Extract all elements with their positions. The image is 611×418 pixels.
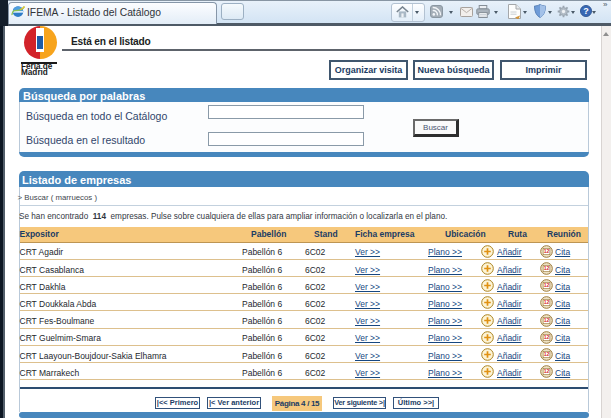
svg-text:12: 12 [544, 334, 550, 340]
svg-text:12: 12 [544, 248, 550, 254]
svg-text:12: 12 [544, 300, 550, 306]
svg-text:12: 12 [544, 282, 550, 288]
svg-text:12: 12 [544, 368, 550, 374]
svg-text:12: 12 [544, 317, 550, 323]
svg-text:12: 12 [544, 265, 550, 271]
svg-text:12: 12 [544, 351, 550, 357]
svg-text:?: ? [583, 6, 589, 16]
